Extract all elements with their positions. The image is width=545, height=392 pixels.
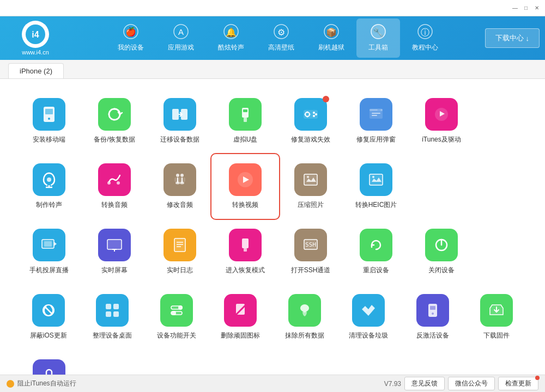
tool-download-firmware[interactable]: 下载固件: [465, 286, 529, 348]
tool-backup-restore[interactable]: 备份/恢复数据: [82, 90, 147, 152]
tool-convert-video[interactable]: 转换视频: [213, 155, 278, 218]
tutorial-icon: ⓘ: [417, 24, 433, 41]
tool-screen-cast[interactable]: 手机投屏直播: [16, 220, 82, 283]
nav-item-wallpaper[interactable]: ⚙ 高清壁纸: [256, 19, 306, 58]
svg-rect-35: [370, 109, 383, 111]
svg-point-90: [172, 311, 176, 315]
minimize-button[interactable]: —: [511, 4, 519, 12]
svg-rect-46: [174, 177, 185, 182]
svg-rect-93: [428, 304, 437, 317]
svg-rect-94: [430, 306, 435, 310]
nav-label-tutorial: 教程中心: [412, 43, 438, 52]
access-limit-icon-wrap: [33, 359, 65, 375]
tool-fix-popup[interactable]: 修复应用弹窗: [343, 90, 409, 152]
open-ssh-icon-wrap: SSH: [294, 229, 327, 261]
tool-convert-audio[interactable]: 转换音频: [82, 155, 147, 218]
nav-item-app-game[interactable]: A 应用游戏: [156, 19, 206, 58]
nav-items: 🍎 我的设备 A 应用游戏 🔔 酷炫铃声 ⚙ 高清壁纸 📦 刷机越狱 🔧 工具箱…: [76, 19, 480, 58]
svg-rect-23: [244, 118, 247, 122]
wipe-data-icon-wrap: [288, 294, 321, 327]
tool-realtime-screen[interactable]: 实时屏幕: [82, 220, 147, 283]
svg-rect-67: [174, 238, 185, 252]
itunes-driver-label: iTunes及驱动: [422, 135, 461, 144]
delete-stubborn-label: 删除顽固图标: [221, 331, 260, 340]
tool-deactivate[interactable]: 反激活设备: [401, 286, 465, 348]
device-functions-icon-wrap: [160, 294, 193, 327]
tool-make-ringtone[interactable]: 制作铃声: [16, 155, 82, 218]
tool-recovery-mode[interactable]: 进入恢复模式: [213, 220, 278, 283]
nav-item-toolbox[interactable]: 🔧 工具箱: [356, 19, 400, 58]
svg-rect-62: [44, 241, 52, 247]
my-device-icon: 🍎: [123, 24, 138, 41]
tool-fix-game[interactable]: 修复游戏失效: [278, 90, 343, 152]
svg-point-18: [48, 118, 50, 120]
maximize-button[interactable]: □: [522, 4, 530, 12]
fix-popup-icon-wrap: [360, 98, 392, 131]
tool-itunes-driver[interactable]: iTunes及驱动: [409, 90, 474, 152]
tool-compress-photo[interactable]: 压缩照片: [278, 155, 343, 218]
nav-item-tutorial[interactable]: ⓘ 教程中心: [400, 19, 450, 58]
tool-organize-desktop[interactable]: 整理设备桌面: [81, 286, 145, 348]
tool-access-limit[interactable]: 访问限制: [16, 351, 82, 375]
svg-point-28: [307, 116, 308, 118]
realtime-log-label: 实时日志: [167, 266, 193, 275]
svg-point-32: [315, 113, 317, 115]
tab-bar: iPhone (2): [0, 60, 545, 79]
nav-label-toolbox: 工具箱: [368, 43, 388, 52]
svg-point-56: [307, 176, 309, 178]
svg-point-30: [309, 114, 311, 115]
wipe-data-label: 抹除所有数据: [285, 331, 324, 340]
svg-point-59: [372, 176, 374, 178]
download-button[interactable]: 下载中心 ↓: [485, 28, 540, 48]
delete-stubborn-icon-wrap: [224, 294, 257, 327]
svg-text:🍎: 🍎: [125, 27, 136, 37]
tool-migrate-data[interactable]: 迁移设备数据: [147, 90, 213, 152]
tool-virtual-udisk[interactable]: 虚拟U盘: [213, 90, 278, 152]
tool-restart-device[interactable]: 重启设备: [343, 220, 409, 283]
svg-point-44: [107, 181, 111, 185]
realtime-screen-label: 实时屏幕: [101, 266, 128, 275]
install-app-icon-wrap: [33, 98, 65, 131]
tool-clean-junk[interactable]: 清理设备垃圾: [337, 286, 401, 348]
nav-item-my-device[interactable]: 🍎 我的设备: [106, 19, 156, 58]
tool-edit-audio[interactable]: 修改音频: [147, 155, 213, 218]
tool-delete-stubborn[interactable]: 删除顽固图标: [209, 286, 273, 348]
tool-shutdown-device[interactable]: 关闭设备: [409, 220, 474, 283]
window-controls[interactable]: — □ ✕: [511, 4, 541, 12]
svg-point-41: [47, 177, 51, 182]
svg-text:📦: 📦: [326, 27, 337, 38]
block-ios-update-icon-wrap: [32, 294, 65, 327]
svg-rect-54: [304, 174, 317, 185]
svg-point-48: [180, 174, 184, 177]
deactivate-icon-wrap: [416, 294, 449, 327]
iphone-tab[interactable]: iPhone (2): [8, 63, 64, 78]
svg-text:🔔: 🔔: [226, 27, 237, 38]
clean-junk-icon-wrap: [352, 294, 385, 327]
feedback-button[interactable]: 意见反馈: [404, 377, 445, 390]
update-button[interactable]: 检查更新: [498, 377, 538, 390]
nav-label-my-device: 我的设备: [118, 43, 144, 52]
wechat-button[interactable]: 微信公众号: [448, 377, 495, 390]
svg-point-47: [176, 174, 179, 177]
make-ringtone-label: 制作铃声: [36, 200, 62, 210]
recovery-mode-label: 进入恢复模式: [226, 266, 265, 275]
convert-heic-icon-wrap: [360, 163, 392, 196]
tool-convert-heic[interactable]: 转换HEIC图片: [343, 155, 409, 218]
svg-point-45: [117, 181, 120, 185]
device-functions-label: 设备功能开关: [157, 331, 196, 340]
tool-open-ssh[interactable]: SSH打开SSH通道: [278, 220, 343, 283]
nav-item-ringtone[interactable]: 🔔 酷炫铃声: [206, 19, 256, 58]
tool-block-ios-update[interactable]: 屏蔽iOS更新: [16, 286, 81, 348]
edit-audio-label: 修改音频: [167, 200, 193, 210]
tool-install-app[interactable]: 安装移动端: [16, 90, 82, 152]
tool-wipe-data[interactable]: 抹除所有数据: [272, 286, 337, 348]
svg-rect-19: [172, 109, 179, 120]
svg-rect-39: [372, 115, 377, 116]
svg-rect-81: [106, 304, 111, 309]
tool-device-functions[interactable]: 设备功能开关: [144, 286, 209, 348]
status-right: V7.93 意见反馈 微信公众号 检查更新: [384, 377, 538, 390]
itunes-driver-icon-wrap: [425, 98, 458, 131]
close-button[interactable]: ✕: [533, 4, 541, 12]
nav-item-jailbreak[interactable]: 📦 刷机越狱: [306, 19, 356, 58]
tool-realtime-log[interactable]: 实时日志: [147, 220, 213, 283]
